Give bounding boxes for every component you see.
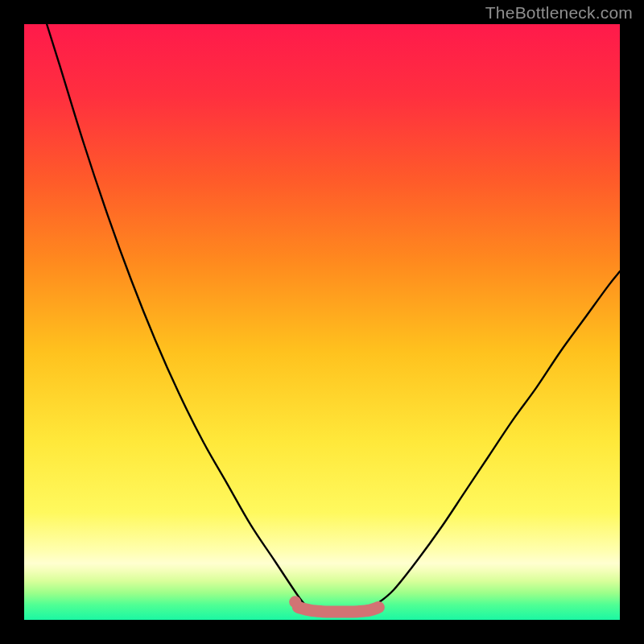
outer-frame: TheBottleneck.com [0, 0, 644, 644]
marker-dot [289, 596, 301, 608]
plot-background [24, 24, 620, 620]
bottleneck-chart [0, 0, 644, 644]
flat-marker-band [298, 607, 378, 612]
